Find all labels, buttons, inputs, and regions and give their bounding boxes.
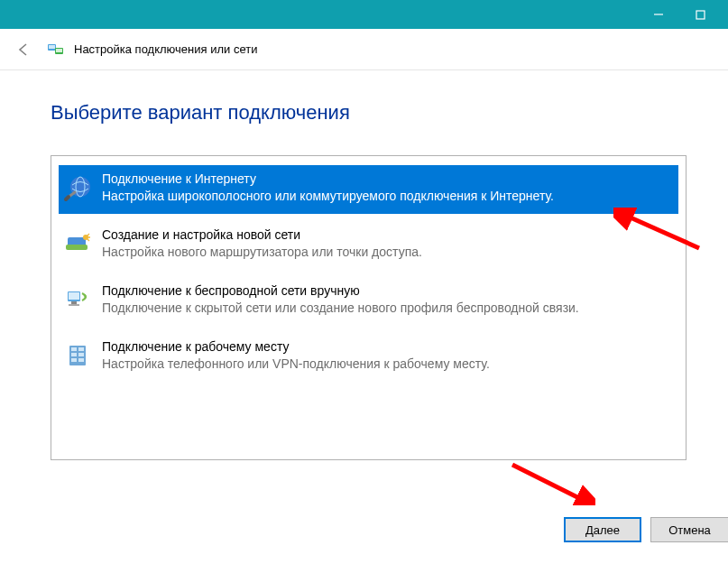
minimize-button[interactable] xyxy=(638,0,679,29)
wireless-icon xyxy=(62,284,95,317)
svg-rect-14 xyxy=(69,304,79,306)
svg-rect-18 xyxy=(71,353,77,356)
svg-line-23 xyxy=(512,465,585,501)
network-wizard-icon xyxy=(47,41,65,59)
option-connect-internet[interactable]: Подключение к Интернету Настройка широко… xyxy=(59,165,678,214)
back-arrow-icon[interactable] xyxy=(13,39,34,60)
option-new-network[interactable]: Создание и настройка новой сети Настройк… xyxy=(59,221,678,270)
svg-rect-12 xyxy=(69,292,79,300)
svg-rect-17 xyxy=(78,347,84,351)
cancel-button[interactable]: Отмена xyxy=(650,517,728,542)
svg-rect-1 xyxy=(696,11,705,19)
option-desc: Подключение к скрытой сети или создание … xyxy=(102,300,673,317)
globe-icon xyxy=(62,172,95,205)
option-desc: Настройка широкополосного или коммутируе… xyxy=(102,188,673,205)
annotation-arrow-icon xyxy=(505,460,595,505)
option-title: Подключение к Интернету xyxy=(102,171,673,188)
svg-rect-13 xyxy=(71,301,77,304)
window-titlebar xyxy=(0,0,728,29)
page-heading: Выберите вариант подключения xyxy=(51,101,687,125)
option-desc: Настройка телефонного или VPN-подключени… xyxy=(102,356,673,373)
svg-rect-20 xyxy=(71,358,77,362)
annotation-arrow-icon xyxy=(613,208,704,253)
next-button[interactable]: Далее xyxy=(564,517,641,542)
connection-options-list: Подключение к Интернету Настройка широко… xyxy=(51,155,687,460)
svg-line-22 xyxy=(624,215,699,248)
option-title: Подключение к рабочему месту xyxy=(102,338,673,356)
wizard-buttons: Далее Отмена xyxy=(564,517,728,542)
svg-rect-5 xyxy=(56,49,62,52)
svg-rect-16 xyxy=(71,347,77,351)
option-desc: Настройка нового маршрутизатора или точк… xyxy=(102,244,673,261)
svg-rect-21 xyxy=(78,358,84,362)
option-title: Создание и настройка новой сети xyxy=(102,227,673,244)
maximize-button[interactable] xyxy=(679,0,721,29)
router-icon xyxy=(62,228,95,261)
option-title: Подключение к беспроводной сети вручную xyxy=(102,282,673,300)
option-wireless-manual[interactable]: Подключение к беспроводной сети вручную … xyxy=(59,277,678,326)
workplace-icon xyxy=(62,340,95,373)
wizard-title: Настройка подключения или сети xyxy=(74,42,257,56)
svg-rect-9 xyxy=(66,245,88,250)
svg-rect-19 xyxy=(78,353,84,356)
wizard-header: Настройка подключения или сети xyxy=(0,29,728,70)
option-workplace[interactable]: Подключение к рабочему месту Настройка т… xyxy=(59,333,678,382)
svg-rect-4 xyxy=(49,45,55,49)
